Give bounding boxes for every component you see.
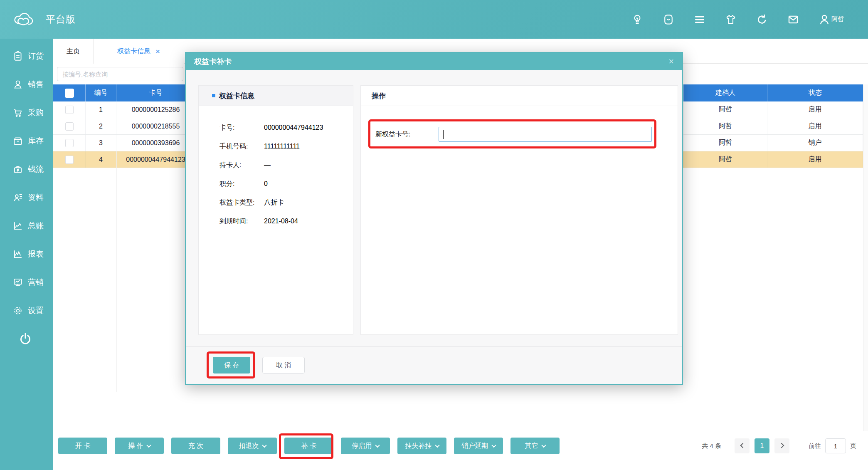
new-card-number-input[interactable]: [439, 127, 652, 142]
dialog-body: 权益卡信息 卡号:0000000447944123 手机号码:111111111…: [186, 70, 682, 401]
sidebar-item-settings[interactable]: 设置: [0, 297, 53, 325]
row-checkbox[interactable]: [65, 122, 74, 131]
chevron-down-icon: [146, 443, 151, 448]
cell-status: 启用: [767, 101, 863, 118]
current-page-button[interactable]: 1: [755, 438, 769, 453]
close-icon[interactable]: ×: [155, 47, 160, 55]
cell-creator: 阿哲: [684, 118, 767, 134]
cash-register-icon: [12, 164, 23, 175]
sidebar-item-label: 设置: [28, 305, 44, 316]
dialog-title: 权益卡补卡: [194, 57, 232, 67]
goto-label: 前往: [809, 442, 821, 450]
menu-icon[interactable]: [693, 13, 706, 26]
prev-page-button[interactable]: [735, 438, 750, 453]
text-cursor: [443, 130, 444, 139]
user-icon: [818, 13, 831, 26]
next-page-button[interactable]: [774, 438, 789, 453]
sidebar-item-label: 采购: [28, 107, 44, 118]
cell-no: 2: [86, 118, 116, 134]
field-label: 积分:: [219, 179, 264, 188]
sidebar-item-order[interactable]: 订货: [0, 42, 53, 70]
top-header-bar: 平台版: [0, 0, 868, 39]
open-card-button[interactable]: 开 卡: [58, 438, 107, 454]
monitor-chart-icon: [12, 277, 23, 288]
column-header-card: 卡号: [116, 84, 195, 101]
chevron-right-icon: [779, 443, 784, 448]
tab-label: 主页: [67, 47, 80, 56]
clipboard-icon: [12, 51, 23, 62]
cell-creator: 阿哲: [684, 135, 767, 151]
pagination: 共 4 条 1 前往 页: [702, 438, 856, 454]
cancel-extend-dropdown-button[interactable]: 销户延期: [454, 438, 503, 454]
chevron-down-icon: [541, 443, 546, 448]
sidebar-item-label: 资料: [28, 192, 44, 203]
mail-icon[interactable]: [787, 13, 799, 26]
cell-creator: 阿哲: [684, 101, 767, 118]
new-card-number-label: 新权益卡号:: [375, 130, 439, 139]
new-card-number-row: 新权益卡号:: [375, 127, 678, 142]
chevron-down-icon: [435, 443, 439, 448]
other-dropdown-button[interactable]: 其它: [510, 438, 560, 454]
recharge-times-button[interactable]: 充 次: [171, 438, 220, 454]
select-all-checkbox[interactable]: [65, 89, 74, 98]
chart-icon: [12, 249, 23, 260]
card-info-fields: 卡号:0000000447944123 手机号码:11111111111 持卡人…: [199, 106, 353, 226]
card-info-panel-header: 权益卡信息: [199, 86, 353, 106]
sidebar-item-data[interactable]: 资料: [0, 183, 53, 212]
bulb-icon[interactable]: [631, 13, 644, 26]
column-divider: [116, 151, 117, 392]
cancel-button[interactable]: 取 消: [262, 357, 305, 374]
chevron-down-icon: [491, 443, 496, 448]
cell-card: 0000000218555: [116, 118, 195, 134]
operate-dropdown-button[interactable]: 操 作: [115, 438, 164, 454]
chevron-down-icon: [375, 443, 380, 448]
sidebar-item-label: 订货: [28, 51, 44, 62]
enable-disable-dropdown-button[interactable]: 停启用: [341, 438, 390, 454]
sidebar-item-sales[interactable]: 销售: [0, 70, 53, 99]
search-input[interactable]: [57, 67, 183, 81]
points-value: 0: [264, 179, 268, 188]
chart-icon: [12, 220, 23, 231]
sidebar-item-label: 营销: [28, 277, 44, 288]
sidebar-item-ledger[interactable]: 总账: [0, 212, 53, 240]
cloud-logo-icon: [12, 10, 34, 30]
tab-home[interactable]: 主页: [53, 39, 94, 64]
contacts-icon: [12, 192, 23, 203]
save-button[interactable]: 保 存: [213, 357, 250, 374]
sidebar-item-label: 总账: [28, 220, 44, 231]
smile-box-icon[interactable]: [662, 13, 675, 26]
close-icon[interactable]: ×: [668, 57, 674, 66]
sidebar-item-purchase[interactable]: 采购: [0, 99, 53, 127]
column-header-creator: 建档人: [684, 84, 767, 101]
card-info-panel: 权益卡信息 卡号:0000000447944123 手机号码:111111111…: [198, 85, 353, 335]
tab-rights-card-info[interactable]: 权益卡信息 ×: [94, 39, 184, 64]
dialog-footer-divider: [186, 346, 682, 347]
person-icon: [12, 79, 23, 90]
replace-card-button[interactable]: 补 卡: [284, 438, 333, 454]
column-header-status: 状态: [767, 84, 863, 101]
card-number-value: 0000000447944123: [264, 123, 323, 132]
row-checkbox[interactable]: [65, 106, 74, 114]
chevron-left-icon: [740, 443, 745, 448]
sidebar-item-marketing[interactable]: 营销: [0, 268, 53, 297]
vertical-scrollbar[interactable]: [863, 84, 868, 431]
loss-report-dropdown-button[interactable]: 挂失补挂: [397, 438, 446, 454]
sidebar-item-inventory[interactable]: 库存: [0, 127, 53, 155]
column-header-no: 编号: [86, 84, 116, 101]
panel-title: 操作: [372, 91, 386, 101]
goto-page-input[interactable]: [825, 438, 846, 453]
deduct-refund-dropdown-button[interactable]: 扣退次: [228, 438, 277, 454]
sidebar-item-reports[interactable]: 报表: [0, 240, 53, 268]
app-title: 平台版: [46, 13, 76, 26]
sidebar-item-logout[interactable]: [0, 325, 53, 353]
refresh-icon[interactable]: [756, 13, 768, 26]
row-checkbox[interactable]: [65, 139, 74, 147]
panel-title: 权益卡信息: [219, 91, 254, 101]
operation-panel-header: 操作: [361, 86, 678, 106]
user-menu[interactable]: 阿哲: [818, 13, 844, 26]
shirt-icon[interactable]: [725, 13, 737, 26]
top-icon-group: 阿哲: [631, 13, 844, 26]
bullet-icon: [212, 94, 215, 97]
field-label: 持卡人:: [219, 160, 264, 170]
sidebar-item-cashflow[interactable]: 钱流: [0, 155, 53, 183]
